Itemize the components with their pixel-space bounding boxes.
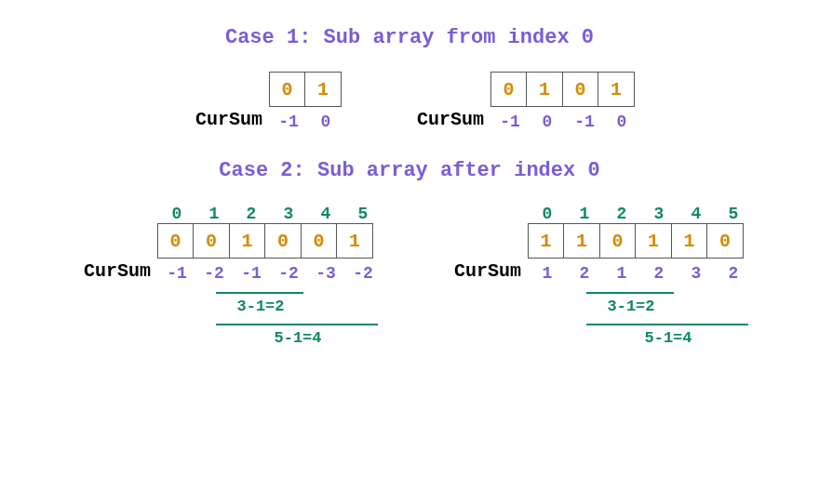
index-label: 5 (344, 205, 382, 223)
case-1-section: Case 1: Sub array from index 0 0 1 CurSu… (9, 26, 810, 131)
index-label: 1 (195, 205, 233, 223)
array-cell: 0 (264, 223, 302, 259)
case2-ex1: 0 1 2 3 4 5 0 0 1 0 0 1 CurSum -1 -2 -1 (67, 205, 382, 353)
cursum-value: 2 (715, 259, 752, 283)
cursum-label: CurSum (67, 260, 151, 282)
array-cell: 1 (671, 223, 708, 259)
array-cell: 1 (304, 72, 342, 107)
cursum-value: -2 (195, 259, 233, 283)
array-cell: 0 (706, 223, 744, 259)
array-cell: 0 (562, 72, 599, 107)
array-cell: 0 (193, 223, 230, 259)
bracket-line (216, 324, 378, 325)
array-cell: 1 (229, 223, 266, 259)
cursum-value: -2 (344, 259, 382, 283)
index-label: 4 (307, 205, 344, 223)
cursum-label: CurSum (437, 260, 521, 282)
cursum-value: 3 (678, 259, 715, 283)
cursum-value: -1 (158, 259, 195, 283)
bracket-line (216, 292, 303, 294)
index-label: 2 (603, 205, 640, 223)
bracket-line (586, 292, 674, 294)
cursum-value: 2 (566, 259, 603, 283)
cursum-value: -2 (270, 259, 307, 283)
array-cell: 1 (563, 223, 600, 259)
case2-ex2: 0 1 2 3 4 5 1 1 0 1 1 0 CurSum 1 2 1 (437, 205, 752, 353)
cursum-value: 0 (603, 107, 640, 131)
case-2-section: Case 2: Sub array after index 0 0 1 2 3 … (9, 159, 810, 353)
index-label: 5 (715, 205, 752, 223)
cursum-value: -1 (566, 107, 603, 131)
cursum-value: -1 (491, 107, 529, 131)
bracket-line (586, 324, 748, 325)
array-cell: 0 (301, 223, 338, 259)
cursum-value: 0 (529, 107, 566, 131)
index-label: 0 (529, 205, 566, 223)
cursum-value: -1 (270, 107, 307, 131)
index-label: 0 (158, 205, 195, 223)
array-cell: 1 (528, 223, 565, 259)
case-2-row: 0 1 2 3 4 5 0 0 1 0 0 1 CurSum -1 -2 -1 (9, 205, 810, 353)
array-cell: 1 (635, 223, 672, 259)
index-label: 3 (270, 205, 307, 223)
array-cell: 0 (269, 72, 306, 107)
array-cell: 1 (336, 223, 373, 259)
index-label: 4 (678, 205, 715, 223)
case1-ex1: 0 1 CurSum -1 0 (179, 72, 344, 131)
bracket-label: 5-1=4 (631, 329, 705, 347)
case-1-row: 0 1 CurSum -1 0 0 1 0 1 CurSum -1 0 - (9, 72, 810, 131)
cursum-value: 1 (603, 259, 640, 283)
array-cell: 1 (526, 72, 563, 107)
array-cell: 0 (157, 223, 195, 259)
cursum-label: CurSum (179, 109, 262, 130)
array-cell: 1 (597, 72, 635, 107)
bracket-label: 5-1=4 (261, 329, 335, 347)
cursum-value: 0 (307, 107, 344, 131)
array-cell: 0 (599, 223, 637, 259)
bracket-label: 3-1=2 (223, 298, 298, 315)
case-1-title: Case 1: Sub array from index 0 (9, 26, 810, 49)
bracket-label: 3-1=2 (594, 298, 668, 315)
cursum-value: 1 (529, 259, 566, 283)
index-label: 3 (640, 205, 678, 223)
case-2-title: Case 2: Sub array after index 0 (9, 159, 810, 182)
cursum-value: -1 (233, 259, 270, 283)
array-cell: 0 (490, 72, 528, 107)
cursum-label: CurSum (400, 109, 484, 130)
cursum-value: 2 (640, 259, 678, 283)
index-label: 1 (566, 205, 603, 223)
cursum-value: -3 (307, 259, 344, 283)
case1-ex2: 0 1 0 1 CurSum -1 0 -1 0 (400, 72, 640, 131)
index-label: 2 (233, 205, 270, 223)
